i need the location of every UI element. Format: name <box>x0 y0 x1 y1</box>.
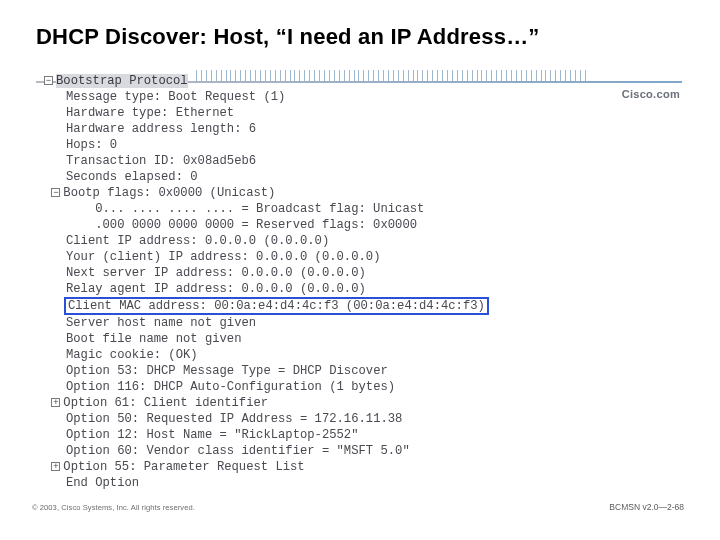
field-broadcast-flag: 0... .... .... .... = Broadcast flag: Un… <box>95 202 424 216</box>
field-opt60: Option 60: Vendor class identifier = "MS… <box>66 444 410 458</box>
copyright-text: © 2003, Cisco Systems, Inc. All rights r… <box>32 503 195 512</box>
slide-title: DHCP Discover: Host, “I need an IP Addre… <box>36 24 540 50</box>
field-server-hostname: Server host name not given <box>66 316 256 330</box>
bootstrap-header: Bootstrap Protocol <box>56 74 188 88</box>
field-magic-cookie: Magic cookie: (OK) <box>66 348 198 362</box>
packet-decode: −Bootstrap Protocol Message type: Boot R… <box>44 73 604 491</box>
cisco-logo-text: Cisco.com <box>622 88 680 100</box>
tree-expand-icon[interactable]: + <box>51 398 60 407</box>
field-opt55: Option 55: Parameter Request List <box>63 460 304 474</box>
field-your-ip: Your (client) IP address: 0.0.0.0 (0.0.0… <box>66 250 381 264</box>
field-relay-agent: Relay agent IP address: 0.0.0.0 (0.0.0.0… <box>66 282 366 296</box>
field-hops: Hops: 0 <box>66 138 117 152</box>
field-opt61: Option 61: Client identifier <box>63 396 268 410</box>
field-hw-len: Hardware address length: 6 <box>66 122 256 136</box>
field-bootp-flags: Bootp flags: 0x0000 (Unicast) <box>63 186 275 200</box>
field-client-ip: Client IP address: 0.0.0.0 (0.0.0.0) <box>66 234 329 248</box>
tree-collapse-icon[interactable]: − <box>44 76 53 85</box>
field-opt50: Option 50: Requested IP Address = 172.16… <box>66 412 402 426</box>
field-msg-type: Message type: Boot Request (1) <box>66 90 285 104</box>
field-client-mac: Client MAC address: 00:0a:e4:d4:4c:f3 (0… <box>68 299 485 313</box>
field-seconds: Seconds elapsed: 0 <box>66 170 198 184</box>
field-reserved-flags: .000 0000 0000 0000 = Reserved flags: 0x… <box>95 218 417 232</box>
field-hw-type: Hardware type: Ethernet <box>66 106 234 120</box>
slide-code: BCMSN v2.0—2-68 <box>609 502 684 512</box>
field-opt116: Option 116: DHCP Auto-Configuration (1 b… <box>66 380 395 394</box>
field-opt12: Option 12: Host Name = "RickLaptop-2552" <box>66 428 359 442</box>
field-xid: Transaction ID: 0x08ad5eb6 <box>66 154 256 168</box>
highlighted-mac-row: Client MAC address: 00:0a:e4:d4:4c:f3 (0… <box>64 297 489 315</box>
tree-collapse-icon[interactable]: − <box>51 188 60 197</box>
field-opt53: Option 53: DHCP Message Type = DHCP Disc… <box>66 364 388 378</box>
field-next-server: Next server IP address: 0.0.0.0 (0.0.0.0… <box>66 266 366 280</box>
field-end-option: End Option <box>66 476 139 490</box>
tree-expand-icon[interactable]: + <box>51 462 60 471</box>
field-boot-file: Boot file name not given <box>66 332 242 346</box>
